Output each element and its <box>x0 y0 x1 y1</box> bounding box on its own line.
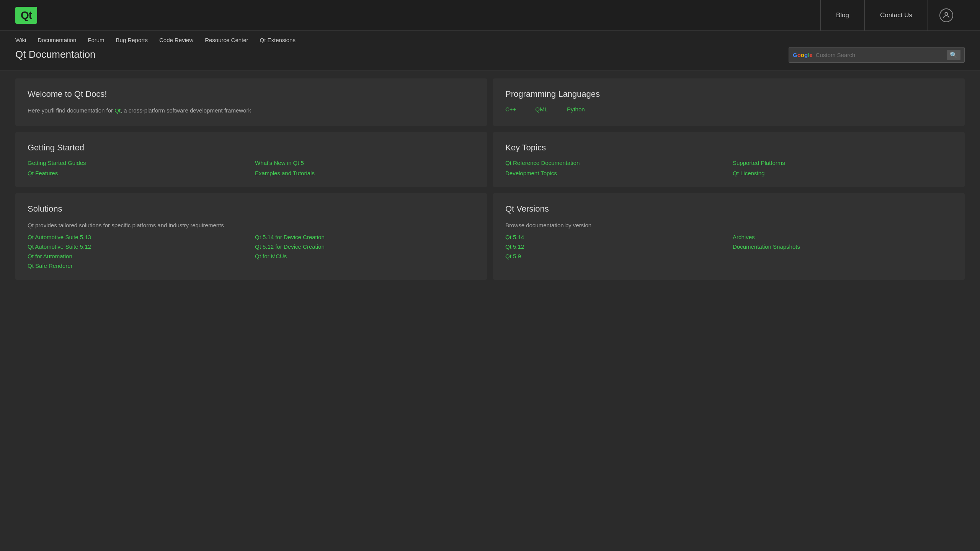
nav-bug-reports[interactable]: Bug Reports <box>116 37 148 43</box>
solutions-panel: Solutions Qt provides tailored solutions… <box>15 193 487 280</box>
getting-started-title: Getting Started <box>28 143 475 153</box>
search-input[interactable] <box>816 52 947 58</box>
nav-contact[interactable]: Contact Us <box>864 0 928 31</box>
qt-versions-panel: Qt Versions Browse documentation by vers… <box>493 193 965 280</box>
nav-blog[interactable]: Blog <box>820 0 864 31</box>
qt-versions-desc: Browse documentation by version <box>505 221 952 230</box>
key-topics-panel: Key Topics Qt Reference Documentation Su… <box>493 132 965 187</box>
language-links: C++ QML Python <box>505 106 952 112</box>
google-logo: Google <box>793 52 813 58</box>
link-qt-automation[interactable]: Qt for Automation <box>28 253 247 259</box>
link-development-topics[interactable]: Development Topics <box>505 170 725 176</box>
sub-nav: Wiki Documentation Forum Bug Reports Cod… <box>15 37 296 43</box>
solutions-links: Qt Automotive Suite 5.13 Qt 5.14 for Dev… <box>28 234 475 269</box>
user-account-wrap <box>928 0 965 31</box>
link-qt-512[interactable]: Qt 5.12 <box>505 243 725 250</box>
solutions-title: Solutions <box>28 204 475 214</box>
header-navigation: Blog Contact Us <box>820 0 965 31</box>
solutions-desc: Qt provides tailored solutions for speci… <box>28 221 475 230</box>
welcome-panel: Welcome to Qt Docs! Here you'll find doc… <box>15 78 487 126</box>
nav-resource-center[interactable]: Resource Center <box>205 37 248 43</box>
nav-forum[interactable]: Forum <box>88 37 104 43</box>
welcome-title: Welcome to Qt Docs! <box>28 89 475 99</box>
lang-cpp[interactable]: C++ <box>505 106 516 112</box>
link-automotive-513[interactable]: Qt Automotive Suite 5.13 <box>28 234 247 240</box>
link-qt-safe-renderer[interactable]: Qt Safe Renderer <box>28 262 247 269</box>
key-topics-links: Qt Reference Documentation Supported Pla… <box>505 160 952 176</box>
link-supported-platforms[interactable]: Supported Platforms <box>733 160 952 166</box>
nav-documentation[interactable]: Documentation <box>38 37 76 43</box>
link-qt-licensing[interactable]: Qt Licensing <box>733 170 952 176</box>
link-examples-tutorials[interactable]: Examples and Tutorials <box>255 170 475 176</box>
qt-inline-link[interactable]: Qt <box>114 107 121 114</box>
link-device-creation-512[interactable]: Qt 5.12 for Device Creation <box>255 243 475 250</box>
link-qt-mcus[interactable]: Qt for MCUs <box>255 253 475 259</box>
link-doc-snapshots[interactable]: Documentation Snapshots <box>733 243 952 250</box>
nav-wiki[interactable]: Wiki <box>15 37 26 43</box>
top-row: Welcome to Qt Docs! Here you'll find doc… <box>15 78 965 126</box>
link-automotive-512[interactable]: Qt Automotive Suite 5.12 <box>28 243 247 250</box>
getting-started-panel: Getting Started Getting Started Guides W… <box>15 132 487 187</box>
getting-started-links: Getting Started Guides What's New in Qt … <box>28 160 475 176</box>
sub-nav-section: Wiki Documentation Forum Bug Reports Cod… <box>15 37 296 63</box>
link-device-creation-514[interactable]: Qt 5.14 for Device Creation <box>255 234 475 240</box>
key-topics-title: Key Topics <box>505 143 952 153</box>
versions-links: Qt 5.14 Archives Qt 5.12 Documentation S… <box>505 234 952 259</box>
link-qt-514[interactable]: Qt 5.14 <box>505 234 725 240</box>
logo[interactable]: Qt <box>15 7 37 24</box>
link-qt-reference-docs[interactable]: Qt Reference Documentation <box>505 160 725 166</box>
qt-versions-title: Qt Versions <box>505 204 952 214</box>
search-bar: Google 🔍 <box>789 47 965 63</box>
sub-header: Wiki Documentation Forum Bug Reports Cod… <box>0 31 980 71</box>
nav-qt-extensions[interactable]: Qt Extensions <box>260 37 296 43</box>
bottom-row: Solutions Qt provides tailored solutions… <box>15 193 965 280</box>
link-whats-new-qt5[interactable]: What's New in Qt 5 <box>255 160 475 166</box>
header: Qt Blog Contact Us <box>0 0 980 31</box>
programming-languages-panel: Programming Languages C++ QML Python <box>493 78 965 126</box>
svg-point-0 <box>945 12 947 15</box>
main-content: Welcome to Qt Docs! Here you'll find doc… <box>0 71 980 287</box>
lang-qml[interactable]: QML <box>535 106 548 112</box>
link-qt-59[interactable]: Qt 5.9 <box>505 253 725 259</box>
link-archives[interactable]: Archives <box>733 234 952 240</box>
page-title: Qt Documentation <box>15 49 296 60</box>
programming-languages-title: Programming Languages <box>505 89 952 99</box>
link-getting-started-guides[interactable]: Getting Started Guides <box>28 160 247 166</box>
link-qt-features[interactable]: Qt Features <box>28 170 247 176</box>
nav-code-review[interactable]: Code Review <box>159 37 193 43</box>
search-button[interactable]: 🔍 <box>947 50 960 60</box>
lang-python[interactable]: Python <box>567 106 585 112</box>
user-icon[interactable] <box>939 8 953 22</box>
middle-row: Getting Started Getting Started Guides W… <box>15 132 965 187</box>
welcome-desc: Here you'll find documentation for Qt, a… <box>28 106 475 115</box>
